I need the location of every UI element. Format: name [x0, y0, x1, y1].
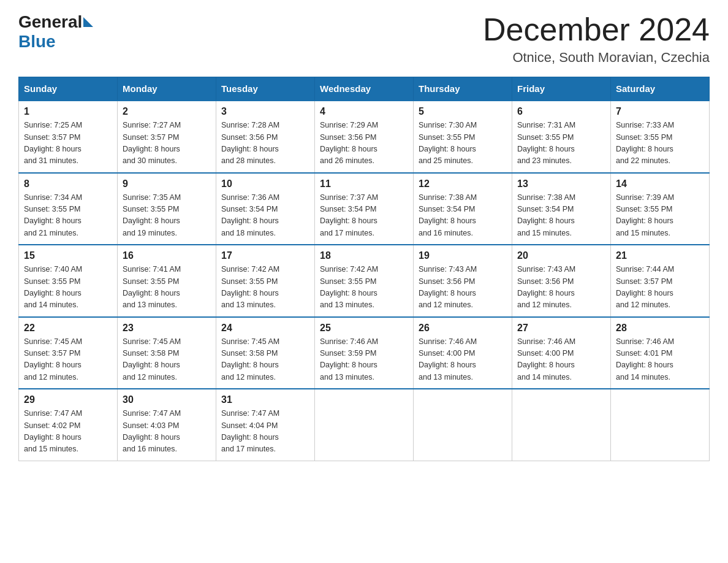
calendar-cell: 3 Sunrise: 7:28 AM Sunset: 3:56 PM Dayli…	[216, 101, 315, 173]
day-number: 31	[221, 394, 309, 405]
day-number: 28	[616, 323, 704, 334]
day-number: 12	[419, 178, 507, 190]
calendar-cell: 2 Sunrise: 7:27 AM Sunset: 3:57 PM Dayli…	[118, 101, 216, 173]
day-number: 2	[123, 106, 211, 117]
day-info: Sunrise: 7:46 AM Sunset: 4:00 PM Dayligh…	[419, 336, 507, 384]
day-number: 18	[320, 250, 408, 261]
day-info: Sunrise: 7:42 AM Sunset: 3:55 PM Dayligh…	[221, 264, 309, 312]
day-number: 6	[517, 106, 605, 117]
calendar-cell: 17 Sunrise: 7:42 AM Sunset: 3:55 PM Dayl…	[216, 245, 315, 317]
day-number: 27	[517, 323, 605, 334]
day-number: 5	[419, 106, 507, 117]
day-info: Sunrise: 7:31 AM Sunset: 3:55 PM Dayligh…	[517, 120, 605, 167]
calendar-cell	[315, 389, 414, 461]
logo-blue-text: Blue	[18, 32, 56, 51]
day-number: 13	[517, 178, 605, 190]
calendar-header-friday: Friday	[512, 77, 611, 101]
calendar-cell: 5 Sunrise: 7:30 AM Sunset: 3:55 PM Dayli…	[414, 101, 512, 173]
day-info: Sunrise: 7:38 AM Sunset: 3:54 PM Dayligh…	[419, 192, 507, 240]
day-info: Sunrise: 7:46 AM Sunset: 4:00 PM Dayligh…	[517, 336, 605, 384]
calendar-cell	[512, 389, 611, 461]
day-number: 3	[221, 106, 309, 117]
day-info: Sunrise: 7:28 AM Sunset: 3:56 PM Dayligh…	[221, 120, 309, 167]
day-info: Sunrise: 7:45 AM Sunset: 3:58 PM Dayligh…	[123, 336, 211, 384]
calendar-cell: 10 Sunrise: 7:36 AM Sunset: 3:54 PM Dayl…	[216, 173, 315, 245]
calendar-header-monday: Monday	[118, 77, 216, 101]
logo-arrow-icon	[83, 17, 93, 27]
calendar-cell: 21 Sunrise: 7:44 AM Sunset: 3:57 PM Dayl…	[611, 245, 710, 317]
day-info: Sunrise: 7:45 AM Sunset: 3:58 PM Dayligh…	[221, 336, 309, 384]
day-info: Sunrise: 7:47 AM Sunset: 4:04 PM Dayligh…	[221, 408, 309, 456]
calendar-week-row: 22 Sunrise: 7:45 AM Sunset: 3:57 PM Dayl…	[19, 317, 710, 389]
day-info: Sunrise: 7:27 AM Sunset: 3:57 PM Dayligh…	[123, 120, 211, 167]
day-info: Sunrise: 7:36 AM Sunset: 3:54 PM Dayligh…	[221, 192, 309, 240]
day-info: Sunrise: 7:30 AM Sunset: 3:55 PM Dayligh…	[419, 120, 507, 167]
day-info: Sunrise: 7:43 AM Sunset: 3:56 PM Dayligh…	[419, 264, 507, 312]
day-number: 29	[24, 394, 112, 405]
day-number: 30	[123, 394, 211, 405]
calendar-header-sunday: Sunday	[19, 77, 118, 101]
day-number: 10	[221, 178, 309, 190]
day-info: Sunrise: 7:47 AM Sunset: 4:02 PM Dayligh…	[24, 408, 112, 456]
calendar-cell: 16 Sunrise: 7:41 AM Sunset: 3:55 PM Dayl…	[118, 245, 216, 317]
calendar-cell: 13 Sunrise: 7:38 AM Sunset: 3:54 PM Dayl…	[512, 173, 611, 245]
calendar-cell: 27 Sunrise: 7:46 AM Sunset: 4:00 PM Dayl…	[512, 317, 611, 389]
day-info: Sunrise: 7:41 AM Sunset: 3:55 PM Dayligh…	[123, 264, 211, 312]
calendar-cell: 22 Sunrise: 7:45 AM Sunset: 3:57 PM Dayl…	[19, 317, 118, 389]
day-info: Sunrise: 7:34 AM Sunset: 3:55 PM Dayligh…	[24, 192, 112, 240]
day-info: Sunrise: 7:40 AM Sunset: 3:55 PM Dayligh…	[24, 264, 112, 312]
day-number: 23	[123, 323, 211, 334]
day-info: Sunrise: 7:47 AM Sunset: 4:03 PM Dayligh…	[123, 408, 211, 456]
day-info: Sunrise: 7:43 AM Sunset: 3:56 PM Dayligh…	[517, 264, 605, 312]
calendar-cell: 28 Sunrise: 7:46 AM Sunset: 4:01 PM Dayl…	[611, 317, 710, 389]
calendar-week-row: 29 Sunrise: 7:47 AM Sunset: 4:02 PM Dayl…	[19, 389, 710, 461]
day-info: Sunrise: 7:33 AM Sunset: 3:55 PM Dayligh…	[616, 120, 704, 167]
logo-general-text: General	[18, 12, 82, 32]
day-info: Sunrise: 7:35 AM Sunset: 3:55 PM Dayligh…	[123, 192, 211, 240]
calendar-cell: 18 Sunrise: 7:42 AM Sunset: 3:55 PM Dayl…	[315, 245, 414, 317]
calendar-cell: 8 Sunrise: 7:34 AM Sunset: 3:55 PM Dayli…	[19, 173, 118, 245]
calendar-header-wednesday: Wednesday	[315, 77, 414, 101]
calendar-cell: 30 Sunrise: 7:47 AM Sunset: 4:03 PM Dayl…	[118, 389, 216, 461]
calendar-cell: 20 Sunrise: 7:43 AM Sunset: 3:56 PM Dayl…	[512, 245, 611, 317]
day-info: Sunrise: 7:42 AM Sunset: 3:55 PM Dayligh…	[320, 264, 408, 312]
day-number: 7	[616, 106, 704, 117]
day-number: 26	[419, 323, 507, 334]
calendar-cell: 9 Sunrise: 7:35 AM Sunset: 3:55 PM Dayli…	[118, 173, 216, 245]
calendar-table: SundayMondayTuesdayWednesdayThursdayFrid…	[18, 77, 710, 461]
day-info: Sunrise: 7:46 AM Sunset: 4:01 PM Dayligh…	[616, 336, 704, 384]
calendar-cell: 25 Sunrise: 7:46 AM Sunset: 3:59 PM Dayl…	[315, 317, 414, 389]
calendar-cell: 7 Sunrise: 7:33 AM Sunset: 3:55 PM Dayli…	[611, 101, 710, 173]
calendar-header-tuesday: Tuesday	[216, 77, 315, 101]
day-number: 8	[24, 178, 112, 190]
title-section: December 2024 Otnice, South Moravian, Cz…	[483, 12, 710, 66]
day-info: Sunrise: 7:46 AM Sunset: 3:59 PM Dayligh…	[320, 336, 408, 384]
day-number: 24	[221, 323, 309, 334]
day-number: 1	[24, 106, 112, 117]
calendar-cell: 4 Sunrise: 7:29 AM Sunset: 3:56 PM Dayli…	[315, 101, 414, 173]
day-number: 9	[123, 178, 211, 190]
calendar-week-row: 1 Sunrise: 7:25 AM Sunset: 3:57 PM Dayli…	[19, 101, 710, 173]
calendar-cell: 15 Sunrise: 7:40 AM Sunset: 3:55 PM Dayl…	[19, 245, 118, 317]
day-number: 19	[419, 250, 507, 261]
calendar-cell	[611, 389, 710, 461]
calendar-week-row: 15 Sunrise: 7:40 AM Sunset: 3:55 PM Dayl…	[19, 245, 710, 317]
calendar-header-row: SundayMondayTuesdayWednesdayThursdayFrid…	[19, 77, 710, 101]
day-info: Sunrise: 7:29 AM Sunset: 3:56 PM Dayligh…	[320, 120, 408, 167]
day-number: 15	[24, 250, 112, 261]
location-title: Otnice, South Moravian, Czechia	[483, 50, 710, 66]
calendar-cell: 1 Sunrise: 7:25 AM Sunset: 3:57 PM Dayli…	[19, 101, 118, 173]
calendar-cell: 14 Sunrise: 7:39 AM Sunset: 3:55 PM Dayl…	[611, 173, 710, 245]
day-number: 25	[320, 323, 408, 334]
calendar-header-thursday: Thursday	[414, 77, 512, 101]
calendar-cell: 24 Sunrise: 7:45 AM Sunset: 3:58 PM Dayl…	[216, 317, 315, 389]
day-info: Sunrise: 7:39 AM Sunset: 3:55 PM Dayligh…	[616, 192, 704, 240]
day-number: 17	[221, 250, 309, 261]
day-info: Sunrise: 7:44 AM Sunset: 3:57 PM Dayligh…	[616, 264, 704, 312]
month-title: December 2024	[483, 12, 710, 47]
day-number: 14	[616, 178, 704, 190]
calendar-header-saturday: Saturday	[611, 77, 710, 101]
day-info: Sunrise: 7:45 AM Sunset: 3:57 PM Dayligh…	[24, 336, 112, 384]
day-number: 11	[320, 178, 408, 190]
day-info: Sunrise: 7:25 AM Sunset: 3:57 PM Dayligh…	[24, 120, 112, 167]
